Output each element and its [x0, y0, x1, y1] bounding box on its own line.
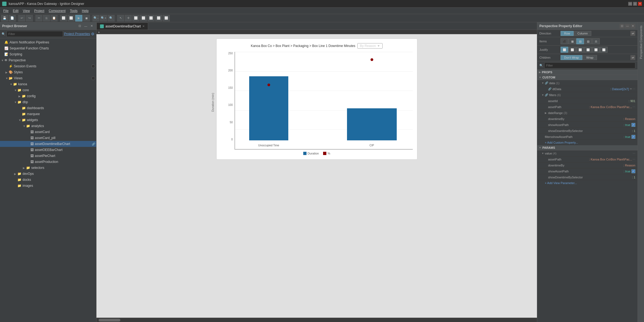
showassetpath-checkbox[interactable]: ✓ — [632, 123, 635, 127]
justify-btn-1[interactable]: ⬜ — [561, 47, 568, 53]
val-showassetpath-checkbox[interactable]: ✓ — [632, 169, 635, 173]
justify-btn-5[interactable]: ⬜ — [592, 47, 600, 53]
value-scroll-icon[interactable]: ⋯ — [633, 152, 635, 155]
tree-arrow-analytics[interactable]: ▼ — [23, 125, 26, 128]
save-button[interactable]: 💾 — [1, 15, 8, 21]
tree-item-sequential-function-charts[interactable]: 📈Sequential Function Charts — [0, 45, 96, 51]
value-expand-arrow[interactable]: ▼ — [542, 152, 545, 155]
tree-item-session-events[interactable]: ⚡Session Events — [0, 63, 96, 69]
project-props-icon[interactable]: ⚙ — [91, 32, 95, 36]
tree-arrow-widgets[interactable]: ▼ — [18, 119, 22, 122]
justify-btn-2[interactable]: ⬜ — [568, 47, 576, 53]
zoom-out-button[interactable]: 🔍- — [92, 15, 99, 21]
items-btn-2[interactable]: ▦ — [568, 38, 576, 44]
tree-item-dbp[interactable]: ▼📁dbp — [0, 99, 96, 105]
data-expand-arrow[interactable]: ▼ — [542, 82, 545, 84]
direction-extra-btn[interactable]: ⇄ — [630, 31, 635, 36]
close-editor-btn[interactable]: ✕ — [630, 24, 635, 29]
by-reason-dropdown[interactable]: By Reason ▼ — [357, 43, 383, 49]
cut-button[interactable]: ✂ — [35, 15, 42, 21]
menu-project[interactable]: Project — [32, 8, 46, 13]
daterange-expand-arrow[interactable]: ▶ — [545, 112, 548, 114]
crosshair-button[interactable]: ✛ — [125, 15, 132, 21]
min-editor-btn[interactable]: — — [625, 24, 630, 29]
undo-button[interactable]: ↩ — [18, 15, 25, 21]
tree-item-analytics[interactable]: ▼📁analytics — [0, 123, 96, 129]
menu-component[interactable]: Component — [46, 8, 68, 13]
tool7-button[interactable]: ⬜ — [163, 15, 170, 21]
zoom-fit-button[interactable]: 🔍 — [108, 15, 115, 21]
tree-item-assetoeebarchart[interactable]: 🖼assetOEEBarChart — [0, 147, 96, 153]
dtdata-edit-icon[interactable]: ✏ — [630, 87, 632, 90]
run-button[interactable]: ▶ — [75, 15, 82, 21]
tree-arrow-styles[interactable]: ▶ — [5, 71, 9, 74]
h-scrollbar[interactable] — [96, 318, 537, 322]
tool4-button[interactable]: ⬜ — [140, 15, 147, 21]
tree-item-dashboards[interactable]: 📁dashboards — [0, 105, 96, 111]
props-section-header[interactable]: ▶ PROPS — [537, 70, 637, 75]
tree-item-perspective[interactable]: ▼👁Perspective — [0, 57, 96, 63]
copy-button[interactable]: ⎘ — [43, 15, 50, 21]
params-section-header[interactable]: ▼ PARAMS — [537, 145, 637, 150]
custom-section-header[interactable]: ▼ CUSTOM — [537, 75, 637, 80]
tool3-button[interactable]: ⬜ — [132, 15, 139, 21]
direction-row-btn[interactable]: Row — [561, 31, 574, 36]
tree-item-assetpiechart[interactable]: 🖼assetPieChart — [0, 153, 96, 159]
tool5-button[interactable]: ⬜ — [148, 15, 155, 21]
tree-arrow-config[interactable]: ▶ — [18, 95, 22, 98]
items-btn-5[interactable]: ⚖ — [592, 38, 600, 44]
justify-btn-4[interactable]: ⬜ — [584, 47, 592, 53]
menu-edit[interactable]: Edit — [11, 8, 21, 13]
menu-help[interactable]: Help — [80, 8, 91, 13]
tree-item-config[interactable]: ▶📁config — [0, 93, 96, 99]
tree-item-assetcard_pill[interactable]: 🖼assetCard_pill — [0, 135, 96, 141]
tree-arrow-selectors[interactable]: ▶ — [23, 166, 26, 169]
tree-item-images[interactable]: 📁images — [0, 183, 96, 189]
tree-arrow-perspective[interactable]: ▼ — [1, 59, 4, 62]
tool6-button[interactable]: ⬜ — [155, 15, 162, 21]
restore-editor-btn[interactable]: ⊡ — [620, 24, 624, 29]
pointer-button[interactable]: ↖ — [117, 15, 124, 21]
tree-item-alarm-notification-pipelines[interactable]: 🔔Alarm Notification Pipelines — [0, 39, 96, 45]
tree-item-kanoa[interactable]: ▼📁kanoa — [0, 81, 96, 87]
tree-item-widgets[interactable]: ▼📁widgets — [0, 117, 96, 123]
direction-col-btn[interactable]: Column — [574, 31, 591, 36]
h-scrollbar-thumb[interactable] — [99, 319, 120, 321]
tree-item-assetproduction[interactable]: 🖼assetProduction — [0, 159, 96, 165]
align-center-button[interactable]: ⬜ — [68, 15, 75, 21]
dtdata-scroll-icon[interactable]: ⋯ — [633, 87, 635, 90]
wrap-btn[interactable]: Wrap — [583, 55, 597, 60]
items-btn-3[interactable]: ▧ — [576, 38, 584, 44]
tree-arrow-kanoa[interactable]: ▼ — [10, 83, 13, 86]
tree-item-selectors[interactable]: ▶📁selectors — [0, 165, 96, 171]
tree-item-assetdowntimebarchart[interactable]: 🖼assetDowntimeBarChart🔗 — [0, 141, 96, 147]
tree-item-views[interactable]: ▼📂Views — [0, 75, 96, 81]
paste-button[interactable]: 📋 — [51, 15, 58, 21]
dont-wrap-btn[interactable]: Don't Wrap — [561, 55, 582, 60]
justify-btn-6[interactable]: ⬜ — [600, 47, 608, 53]
close-panel-btn[interactable]: ✕ — [89, 24, 94, 28]
scroll-up-btn[interactable]: ▲ — [98, 30, 100, 33]
tree-item-scripting[interactable]: 📝Scripting — [0, 51, 96, 57]
menu-tools[interactable]: Tools — [68, 8, 80, 13]
tab-asset-downtime-bar-chart[interactable]: assetDowntimeBarChart ✕ — [96, 23, 148, 30]
perspective-sidebar-tab[interactable]: Perspective Components — [637, 22, 644, 322]
project-properties-link[interactable]: Project Properties — [64, 32, 90, 36]
redo-button[interactable]: ↪ — [26, 15, 33, 21]
project-filter-input[interactable] — [7, 31, 63, 37]
minimize-panel-btn[interactable]: — — [83, 24, 88, 28]
val-assetpath-scroll-icon[interactable]: ⋯ — [633, 158, 635, 161]
tree-arrow-devops[interactable]: ▶ — [14, 172, 17, 175]
minimize-button[interactable]: — — [628, 2, 632, 6]
stop-button[interactable]: ⏹ — [83, 15, 90, 21]
tree-arrow-views[interactable]: ▼ — [5, 77, 9, 80]
items-btn-1[interactable]: ⬛ — [561, 38, 568, 44]
tree-arrow-dbp[interactable]: ▼ — [14, 101, 17, 104]
tree-arrow-core[interactable]: ▼ — [14, 89, 17, 92]
children-extra-btn[interactable]: ⇄ — [630, 55, 635, 60]
new-button[interactable]: 📄 — [9, 15, 16, 21]
zoom-in-button[interactable]: 🔍+ — [100, 15, 107, 21]
maximize-button[interactable]: □ — [633, 2, 637, 6]
justify-btn-3[interactable]: ⬜ — [576, 47, 584, 53]
tree-item-marquee[interactable]: 📁marquee — [0, 111, 96, 117]
